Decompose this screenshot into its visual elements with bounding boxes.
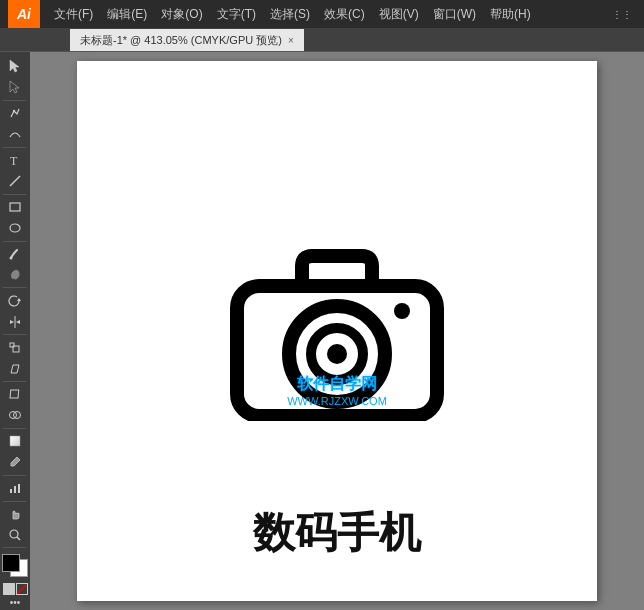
svg-point-6 [10, 224, 20, 232]
none-color-box[interactable] [16, 583, 28, 595]
svg-point-7 [10, 256, 13, 259]
watermark: 软件自学网 WWW.RJZXW.COM [287, 374, 387, 407]
canvas-document: 软件自学网 WWW.RJZXW.COM 数码手机 [77, 61, 597, 601]
svg-point-22 [10, 530, 18, 538]
window-controls: ⋮⋮ [608, 5, 636, 23]
shear-tool[interactable] [1, 358, 29, 379]
zoom-tool[interactable] [1, 524, 29, 545]
svg-marker-10 [10, 320, 14, 324]
gradient-tool[interactable] [1, 431, 29, 452]
menu-edit[interactable]: 编辑(E) [101, 4, 153, 25]
svg-rect-19 [10, 489, 12, 493]
color-swatch[interactable] [2, 554, 28, 577]
svg-line-24 [17, 585, 25, 593]
left-toolbar: T [0, 52, 30, 610]
tab-close-button[interactable]: × [288, 35, 294, 46]
canvas-area: 软件自学网 WWW.RJZXW.COM 数码手机 [30, 52, 644, 610]
blob-brush-tool[interactable] [1, 264, 29, 285]
menu-effect[interactable]: 效果(C) [318, 4, 371, 25]
free-transform-tool[interactable] [1, 384, 29, 405]
paintbrush-tool[interactable] [1, 243, 29, 264]
document-tab[interactable]: 未标题-1* @ 413.05% (CMYK/GPU 预览) × [70, 29, 304, 51]
watermark-url: WWW.RJZXW.COM [287, 395, 387, 407]
workspace-switcher-icon[interactable]: ⋮⋮ [608, 5, 636, 23]
ellipse-tool[interactable] [1, 218, 29, 239]
svg-point-28 [327, 344, 347, 364]
title-bar: Ai 文件(F) 编辑(E) 对象(O) 文字(T) 选择(S) 效果(C) 视… [0, 0, 644, 28]
stroke-color-box[interactable] [3, 583, 15, 595]
svg-text:T: T [10, 154, 18, 167]
eyedropper-tool[interactable] [1, 452, 29, 473]
direct-selection-tool[interactable] [1, 77, 29, 98]
svg-marker-14 [11, 365, 19, 373]
more-tools-button[interactable]: ••• [5, 598, 25, 606]
svg-rect-18 [10, 436, 20, 446]
shape-builder-tool[interactable] [1, 405, 29, 426]
menu-file[interactable]: 文件(F) [48, 4, 99, 25]
selection-tool[interactable] [1, 56, 29, 77]
menu-help[interactable]: 帮助(H) [484, 4, 537, 25]
text-tool[interactable]: T [1, 150, 29, 171]
svg-marker-1 [10, 81, 19, 93]
menu-text[interactable]: 文字(T) [211, 4, 262, 25]
svg-marker-8 [17, 298, 21, 301]
svg-point-29 [394, 303, 410, 319]
menu-view[interactable]: 视图(V) [373, 4, 425, 25]
reflect-tool[interactable] [1, 311, 29, 332]
watermark-site-name: 软件自学网 [287, 374, 387, 395]
svg-marker-11 [16, 320, 20, 324]
svg-rect-20 [14, 486, 16, 493]
rectangle-tool[interactable] [1, 197, 29, 218]
tab-bar: 未标题-1* @ 413.05% (CMYK/GPU 预览) × [0, 28, 644, 52]
pen-tool[interactable] [1, 103, 29, 124]
svg-rect-5 [10, 203, 20, 211]
tab-label: 未标题-1* @ 413.05% (CMYK/GPU 预览) [80, 33, 282, 48]
foreground-color-swatch[interactable] [2, 554, 20, 572]
ai-logo: Ai [8, 0, 40, 28]
menu-object[interactable]: 对象(O) [155, 4, 208, 25]
svg-point-2 [13, 110, 15, 112]
column-graph-tool[interactable] [1, 478, 29, 499]
svg-rect-21 [18, 484, 20, 493]
hand-tool[interactable] [1, 503, 29, 524]
main-area: T [0, 52, 644, 610]
svg-line-23 [17, 537, 20, 540]
canvas-text-label: 数码手机 [253, 505, 421, 561]
line-tool[interactable] [1, 171, 29, 192]
svg-marker-0 [10, 60, 19, 72]
menu-select[interactable]: 选择(S) [264, 4, 316, 25]
scale-tool[interactable] [1, 337, 29, 358]
curvature-tool[interactable] [1, 124, 29, 145]
rotate-tool[interactable] [1, 290, 29, 311]
svg-rect-15 [10, 390, 19, 398]
menu-window[interactable]: 窗口(W) [427, 4, 482, 25]
svg-line-4 [10, 176, 20, 186]
menu-bar: 文件(F) 编辑(E) 对象(O) 文字(T) 选择(S) 效果(C) 视图(V… [48, 4, 600, 25]
